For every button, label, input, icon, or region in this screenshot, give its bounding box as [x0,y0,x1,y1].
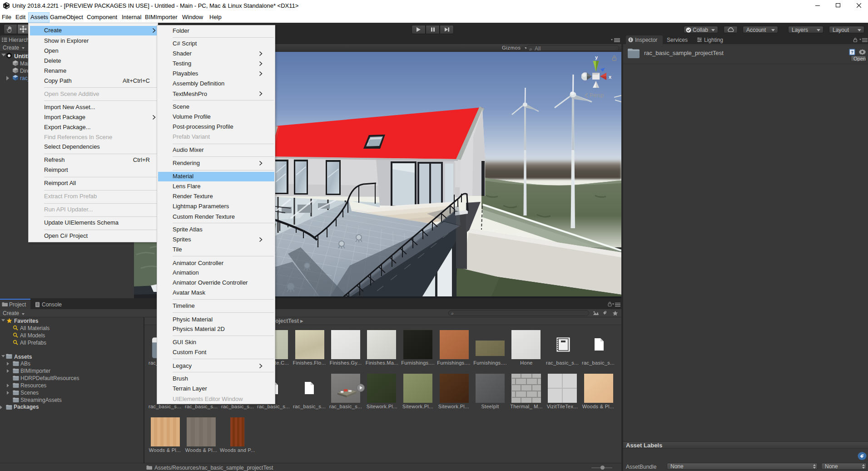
svg-text:y: y [595,55,598,60]
svg-text:x: x [609,74,612,80]
svg-text:?: ? [851,50,853,55]
svg-text:Persp: Persp [590,92,604,99]
